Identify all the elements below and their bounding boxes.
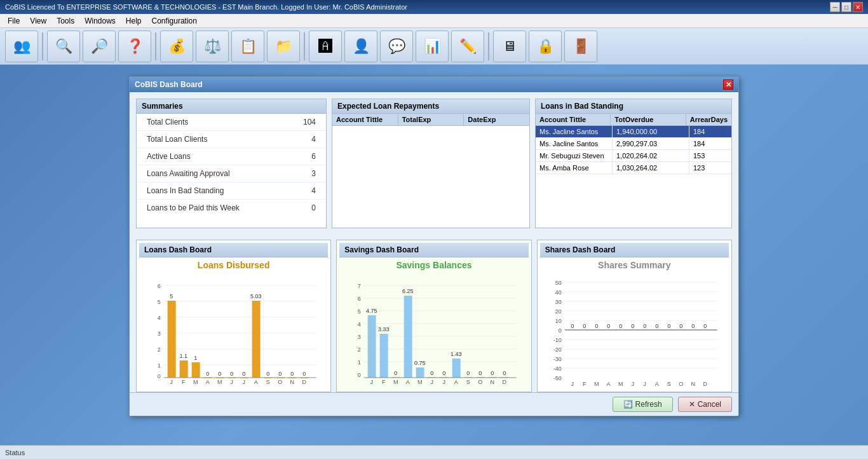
expected-col-total: TotalExp [398,114,465,125]
minimize-button[interactable]: ─ [830,2,840,12]
toolbar-balance-btn[interactable]: ⚖️ [196,31,229,62]
loans-dashboard-panel: Loans Dash Board Loans Disbursed 6 5 4 3… [136,240,331,392]
bad-row3-overdue: 1,020,264.02 [613,150,689,161]
toolbar-search-btn[interactable]: 🔍 [47,31,80,62]
menu-view[interactable]: View [25,15,51,27]
bad-standing-row-1[interactable]: Ms. Jacline Santos 1,940,000.00 184 [536,126,731,138]
svg-text:A: A [606,381,610,387]
bad-standing-row-3[interactable]: Mr. Sebuguzi Steven 1,020,264.02 153 [536,150,731,162]
toolbar-list-btn[interactable]: 📋 [231,31,264,62]
toolbar-separator-1 [42,32,43,60]
toolbar-chart-btn[interactable]: 📊 [416,31,449,62]
toolbar-user-btn[interactable]: 👤 [344,31,377,62]
refresh-icon: 🔄 [623,400,633,409]
balance-icon: ⚖️ [204,38,221,55]
toolbar-help-btn[interactable]: ❓ [118,31,151,62]
bad-row2-account: Ms. Jacline Santos [536,138,613,149]
bad-standing-panel: Loans in Bad Standing Account Tittle Tot… [535,99,732,228]
summary-active-loans-value: 6 [311,152,316,161]
bad-row4-overdue: 1,030,264.02 [613,162,689,174]
svg-text:0: 0 [158,373,161,380]
close-button[interactable]: ✕ [853,2,863,12]
svg-text:0: 0 [679,323,682,329]
toolbar-font-btn[interactable]: 🅰 [309,31,342,62]
svg-text:1: 1 [194,355,197,361]
toolbar-clients-btn[interactable]: 👥 [5,31,38,62]
bad-standing-row-4[interactable]: Ms. Amba Rose 1,030,264.02 123 [536,162,731,174]
svg-text:M: M [618,381,623,387]
svg-text:5: 5 [158,299,161,305]
menu-file[interactable]: File [3,15,25,27]
chart-icon: 📊 [424,38,441,55]
bad-row3-account: Mr. Sebuguzi Steven [536,150,613,161]
dialog-close-button[interactable]: ✕ [723,79,733,90]
svg-text:A: A [654,381,658,387]
svg-text:2: 2 [358,346,361,353]
svg-text:M: M [393,379,398,385]
bad-row2-overdue: 2,990,297.03 [613,138,689,149]
toolbar-monitor-btn[interactable]: 🖥 [493,31,526,62]
svg-text:6: 6 [158,283,161,289]
search-icon: 🔍 [55,38,72,55]
svg-text:0: 0 [607,323,610,329]
summary-active-loans: Active Loans 6 [137,148,326,165]
toolbar-separator-4 [488,32,489,60]
folder-icon: 📁 [275,38,292,55]
maximize-button[interactable]: □ [841,2,851,12]
svg-text:0: 0 [430,370,433,376]
toolbar-lock-btn[interactable]: 🔒 [529,31,562,62]
summary-loans-bad-standing-value: 4 [311,186,316,195]
svg-text:N: N [491,379,495,385]
toolbar-sms-btn[interactable]: 💬 [380,31,413,62]
toolbar-search2-btn[interactable]: 🔎 [83,31,116,62]
bad-standing-header: Account Tittle TotOverdue ArrearDays [536,114,731,126]
svg-text:J: J [631,381,634,387]
svg-text:4: 4 [158,315,161,321]
shares-dashboard-title: Shares Dash Board [540,243,729,257]
svg-text:0: 0 [394,370,397,376]
toolbar: 👥 🔍 🔎 ❓ 💰 ⚖️ 📋 📁 🅰 👤 💬 📊 ✏️ 🖥 🔒 🚪 [0,28,868,65]
title-bar: CoBIS Licenced To ENTERPRISE SOFTWARE & … [0,0,868,14]
svg-rect-61 [368,315,376,378]
toolbar-exit-btn[interactable]: 🚪 [564,31,597,62]
svg-text:6: 6 [358,296,361,302]
expected-loans-panel: Expected Loan Repayments Account Tittle … [332,99,530,228]
toolbar-edit-btn[interactable]: ✏️ [451,31,484,62]
menu-windows[interactable]: Windows [79,15,121,27]
svg-text:0: 0 [558,327,561,334]
svg-text:0: 0 [655,323,658,329]
bad-standing-row-2[interactable]: Ms. Jacline Santos 2,990,297.03 184 [536,138,731,150]
expected-loans-title: Expected Loan Repayments [332,99,529,114]
svg-text:20: 20 [555,308,561,315]
bottom-charts-section: Loans Dash Board Loans Disbursed 6 5 4 3… [130,240,738,392]
monitor-icon: 🖥 [503,38,517,55]
window-controls: ─ □ ✕ [830,2,863,12]
list-icon: 📋 [240,38,257,55]
svg-text:5: 5 [358,308,361,315]
bad-standing-title: Loans in Bad Standing [536,99,731,114]
svg-text:1.43: 1.43 [451,351,462,357]
summary-loans-paid-week: Loans to be Paid this Week 0 [137,200,326,216]
svg-text:D: D [703,381,707,387]
summaries-panel: Summaries Total Clients 104 Total Loan C… [136,99,327,228]
loans-bar-m [192,362,200,378]
cancel-button[interactable]: ✕ Cancel [678,397,732,412]
menu-tools[interactable]: Tools [51,15,79,27]
svg-text:0: 0 [691,323,695,329]
menu-configuration[interactable]: Configuration [147,15,202,27]
loans-bar-f [180,360,188,378]
toolbar-loans-btn[interactable]: 💰 [160,31,193,62]
svg-text:-50: -50 [553,375,561,381]
svg-text:30: 30 [555,299,561,305]
svg-text:0: 0 [503,370,506,376]
shares-chart-title: Shares Summary [540,257,729,273]
user-icon: 👤 [353,38,370,55]
refresh-button[interactable]: 🔄 Refresh [613,397,673,412]
svg-text:0: 0 [266,371,269,377]
toolbar-folder-btn[interactable]: 📁 [267,31,300,62]
svg-text:D: D [302,379,306,385]
menu-help[interactable]: Help [121,15,147,27]
help-icon: ❓ [126,38,144,55]
svg-rect-67 [404,296,412,378]
font-icon: 🅰 [318,38,332,55]
